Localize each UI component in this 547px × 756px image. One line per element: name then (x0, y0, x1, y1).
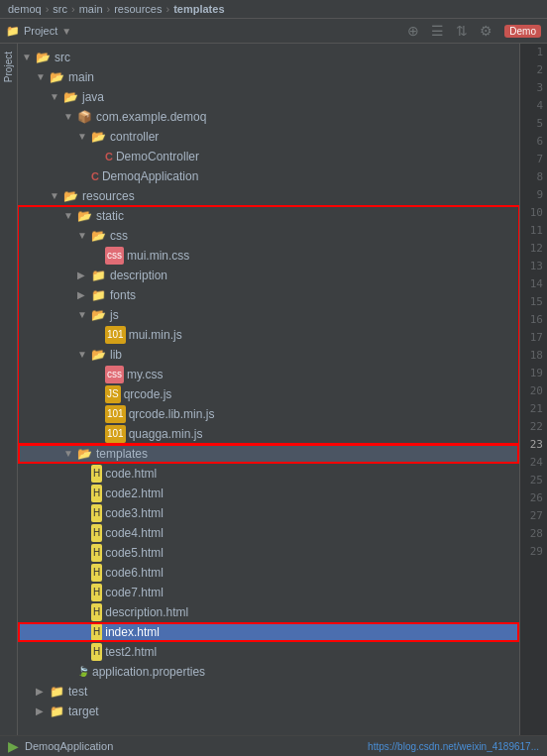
line-18: 18 (520, 347, 547, 365)
line-22: 22 (520, 418, 547, 436)
tree-item-target[interactable]: ▶ 📁 target (18, 702, 519, 721)
tree-item-quagga[interactable]: 101 quagga.min.js (18, 424, 519, 444)
package-icon: 📦 (77, 108, 92, 126)
tree-label-quagga: quagga.min.js (129, 425, 203, 443)
tree-label-my-css: my.css (127, 366, 163, 383)
tree-label-java: java (82, 88, 104, 106)
breadcrumb: demoq › src › main › resources › templat… (0, 0, 547, 19)
tree-item-democontroller[interactable]: C DemoController (18, 147, 519, 166)
arrow-fonts: ▶ (77, 286, 91, 304)
tree-item-main[interactable]: ▼ 📂 main (18, 67, 519, 87)
arrow-package: ▼ (63, 108, 77, 126)
line-13: 13 (520, 258, 547, 275)
tree-item-code4-html[interactable]: H code4.html (18, 523, 519, 543)
filter-icon[interactable]: ☰ (427, 21, 448, 41)
folder-icon-src: 📂 (36, 49, 51, 66)
arrow-lib: ▼ (77, 346, 91, 364)
line-16: 16 (520, 311, 547, 329)
folder-icon-lib: 📂 (91, 346, 106, 364)
tree-item-resources[interactable]: ▼ 📂 resources (18, 186, 519, 206)
tree-label-css: css (110, 227, 128, 245)
tree-label-main: main (68, 68, 94, 86)
html-icon-code2: H (91, 485, 102, 502)
html-icon-description: H (91, 603, 102, 621)
tree-label-fonts: fonts (110, 286, 136, 304)
add-icon[interactable]: ⊕ (403, 21, 423, 41)
tree-item-mui-css[interactable]: css mui.min.css (18, 246, 519, 266)
html-icon-code3: H (91, 504, 102, 522)
tree-label-qrcode-lib: qrcode.lib.min.js (129, 405, 215, 423)
tree-label-test2-html: test2.html (105, 643, 157, 661)
tree-item-templates[interactable]: ▼ 📂 templates (18, 444, 519, 464)
folder-icon-sm: 📁 (6, 25, 20, 38)
line-5: 5 (520, 115, 547, 133)
arrow-target: ▶ (36, 702, 50, 720)
tree-item-code-html[interactable]: H code.html (18, 464, 519, 484)
line-20: 20 (520, 382, 547, 400)
line-7: 7 (520, 151, 547, 168)
line-25: 25 (520, 472, 547, 489)
line-2: 2 (520, 61, 547, 79)
breadcrumb-sep2: › (71, 3, 75, 15)
tree-item-controller[interactable]: ▼ 📂 controller (18, 127, 519, 147)
tree-item-src[interactable]: ▼ 📂 src (18, 48, 519, 67)
status-url[interactable]: https://blog.csdn.net/weixin_4189617... (368, 741, 539, 752)
tree-item-fonts[interactable]: ▶ 📁 fonts (18, 285, 519, 305)
tree-item-code5-html[interactable]: H code5.html (18, 543, 519, 563)
tree-item-description-html[interactable]: H description.html (18, 602, 519, 622)
tree-item-code2-html[interactable]: H code2.html (18, 484, 519, 503)
arrow-templates: ▼ (63, 445, 77, 463)
tree-label-mui-js: mui.min.js (129, 326, 182, 344)
settings-icon[interactable]: ⚙ (476, 21, 496, 41)
tree-item-qrcode-js[interactable]: JS qrcode.js (18, 384, 519, 404)
tree-item-java[interactable]: ▼ 📂 java (18, 87, 519, 107)
tree-item-demoapplication[interactable]: C DemoqApplication (18, 166, 519, 186)
folder-icon-description: 📁 (91, 267, 106, 284)
tree-item-index-html[interactable]: H index.html (18, 622, 519, 642)
sort-icon[interactable]: ⇅ (452, 21, 472, 41)
toolbar: 📁 Project ▼ ⊕ ☰ ⇅ ⚙ Demo (0, 19, 547, 44)
breadcrumb-src[interactable]: src (53, 3, 67, 15)
tree-item-qrcode-lib[interactable]: 101 qrcode.lib.min.js (18, 404, 519, 424)
tree-item-static[interactable]: ▼ 📂 static (18, 206, 519, 226)
tree-item-description[interactable]: ▶ 📁 description (18, 266, 519, 285)
tree-item-mui-js[interactable]: 101 mui.min.js (18, 325, 519, 345)
html-icon-code: H (91, 465, 102, 483)
line-27: 27 (520, 507, 547, 525)
tree-item-js-folder[interactable]: ▼ 📂 js (18, 305, 519, 325)
tree-label-code-html: code.html (105, 465, 157, 483)
line-12: 12 (520, 240, 547, 258)
java-icon-democontroller: C (105, 148, 113, 165)
html-icon-index: H (91, 623, 102, 641)
arrow-test: ▶ (36, 683, 50, 701)
html-icon-code7: H (91, 584, 102, 601)
tree-item-application-props[interactable]: 🍃 application.properties (18, 662, 519, 682)
tree-label-qrcode-js: qrcode.js (124, 385, 172, 403)
line-15: 15 (520, 293, 547, 311)
line-1: 1 (520, 44, 547, 61)
line-14: 14 (520, 275, 547, 293)
line-28: 28 (520, 525, 547, 543)
tree-item-my-css[interactable]: css my.css (18, 365, 519, 384)
line-24: 24 (520, 454, 547, 472)
tree-label-static: static (96, 207, 124, 225)
breadcrumb-demoq[interactable]: demoq (8, 3, 42, 15)
line-26: 26 (520, 489, 547, 507)
tree-item-lib[interactable]: ▼ 📂 lib (18, 345, 519, 365)
tree-item-code6-html[interactable]: H code6.html (18, 563, 519, 583)
file-tree[interactable]: ▼ 📂 src ▼ 📂 main ▼ 📂 java ▼ 📦 com.exampl… (18, 44, 519, 735)
tree-label-resources: resources (82, 187, 135, 205)
tree-item-test[interactable]: ▶ 📁 test (18, 682, 519, 702)
tree-label-code2-html: code2.html (105, 485, 164, 502)
css-icon-mui: css (105, 247, 124, 265)
side-panel-label: Project (0, 44, 18, 735)
tree-item-test2-html[interactable]: H test2.html (18, 642, 519, 662)
breadcrumb-main[interactable]: main (79, 3, 103, 15)
breadcrumb-resources[interactable]: resources (114, 3, 162, 15)
breadcrumb-templates[interactable]: templates (173, 3, 224, 15)
tree-item-code7-html[interactable]: H code7.html (18, 583, 519, 602)
tree-item-css[interactable]: ▼ 📂 css (18, 226, 519, 246)
tree-item-package[interactable]: ▼ 📦 com.example.demoq (18, 107, 519, 127)
tree-item-code3-html[interactable]: H code3.html (18, 503, 519, 523)
folder-icon-resources: 📂 (63, 187, 78, 205)
